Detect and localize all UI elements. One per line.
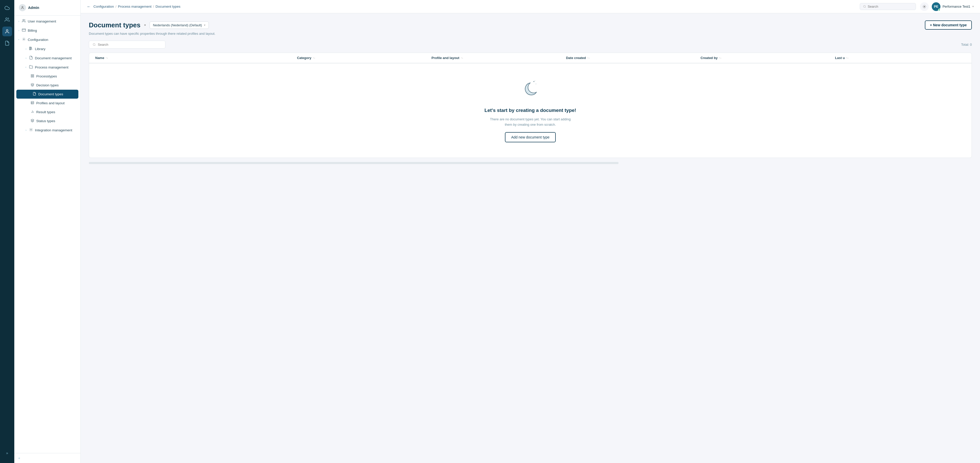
col-name[interactable]: Name ↑↓ [93, 53, 295, 63]
collapse-icon: « [18, 457, 20, 460]
svg-point-0 [6, 18, 7, 20]
total-count-label: Total: 0 [961, 43, 972, 46]
page-title-row: Document types • Nederlands (Nederland) … [89, 21, 209, 29]
sort-profile-icon[interactable]: ↑↓ [460, 56, 463, 59]
sidebar-sub-process-management: Processtypes Decision types Document typ… [14, 72, 80, 126]
sidebar-item-label: User management [28, 19, 56, 23]
col-date-created[interactable]: Date created ↑↓ [564, 53, 698, 63]
horizontal-scrollbar[interactable] [89, 162, 619, 164]
sidebar-collapse-button[interactable]: « [14, 453, 80, 463]
icon-rail: » [0, 0, 14, 463]
library-icon [29, 46, 33, 51]
svg-rect-11 [33, 76, 34, 77]
person-icon[interactable] [2, 27, 12, 36]
sidebar-sub-configuration: › Library › Document management › [14, 44, 80, 135]
expand-arrow: › [18, 39, 21, 40]
sidebar-item-label: Document types [38, 92, 63, 96]
col-category[interactable]: Category ↑↓ [295, 53, 430, 63]
user-chevron-icon: ▾ [972, 5, 974, 8]
user-badge[interactable]: PE Performance Test1 ▾ [932, 2, 974, 11]
page-content: Document types • Nederlands (Nederland) … [81, 13, 980, 463]
sort-name-icon[interactable]: ↑↓ [105, 56, 108, 59]
sidebar-item-processtypes[interactable]: Processtypes [14, 72, 80, 81]
svg-rect-8 [30, 47, 31, 50]
sidebar-item-label: Library [35, 47, 45, 51]
add-new-document-type-button[interactable]: Add new document type [505, 132, 555, 142]
billing-icon [22, 28, 26, 33]
language-label: Nederlands (Nederland) (Default) [153, 23, 202, 27]
empty-state-icon: ✦ + + [520, 79, 541, 103]
new-document-type-button[interactable]: + New document type [925, 21, 972, 30]
table-search-bar[interactable] [89, 41, 165, 49]
sidebar-item-billing[interactable]: › Billing [14, 26, 80, 35]
svg-point-21 [30, 129, 32, 130]
empty-state: ✦ + + Let's start by creating a document… [89, 63, 972, 158]
svg-line-23 [865, 7, 865, 8]
svg-point-2 [22, 6, 23, 8]
sidebar-header: Admin [14, 0, 80, 16]
processtypes-icon [31, 74, 34, 78]
page-subtitle: Document types can have specific propert… [89, 32, 972, 35]
language-dropdown[interactable]: Nederlands (Nederland) (Default) ▾ [150, 21, 209, 29]
topbar-search-bar[interactable] [860, 3, 916, 10]
sort-category-icon[interactable]: ↑↓ [313, 56, 315, 59]
breadcrumb-sep2: / [153, 5, 154, 8]
sidebar-item-label: Integration management [35, 128, 72, 132]
sort-date-created-icon[interactable]: ↑↓ [587, 56, 590, 59]
col-profile[interactable]: Profile and layout ↑↓ [430, 53, 564, 63]
sidebar-item-result-types[interactable]: Result types [14, 108, 80, 117]
col-created-by[interactable]: Created by ↑↓ [698, 53, 833, 63]
sidebar-item-label: Document management [35, 56, 72, 60]
table-header: Name ↑↓ Category ↑↓ Profile and layout ↑… [89, 53, 972, 63]
svg-point-6 [23, 39, 24, 40]
document-icon[interactable] [2, 38, 12, 48]
svg-rect-7 [29, 47, 30, 50]
configuration-icon [22, 37, 26, 42]
svg-point-24 [924, 6, 925, 7]
back-button[interactable]: ← [87, 4, 91, 9]
breadcrumb-sep: / [115, 5, 116, 8]
sidebar-item-label: Billing [28, 29, 37, 32]
sidebar-item-profiles-and-layout[interactable]: Profiles and layout [14, 99, 80, 108]
svg-point-25 [93, 43, 95, 45]
sidebar-item-configuration[interactable]: › Configuration [14, 35, 80, 44]
sort-last-updated-icon[interactable]: ↑↓ [846, 56, 848, 59]
empty-state-title: Let's start by creating a document type! [485, 108, 576, 113]
sidebar-item-label: Status types [36, 119, 55, 123]
topbar-search-input[interactable] [868, 5, 913, 8]
settings-button[interactable] [920, 2, 929, 11]
breadcrumb: ← Configuration / Process management / D… [87, 4, 856, 9]
svg-rect-4 [22, 29, 25, 32]
sidebar-item-library[interactable]: › Library [14, 44, 80, 53]
sidebar-item-user-management[interactable]: › User management [14, 17, 80, 26]
dropdown-chevron-icon: ▾ [204, 24, 205, 27]
user-initials: PE [934, 5, 938, 8]
sidebar-item-label: Processtypes [36, 74, 57, 78]
page-title-separator: • [144, 22, 146, 28]
sidebar-item-document-types[interactable]: Document types [16, 90, 78, 99]
expand-arrow: › [18, 29, 19, 32]
sidebar-item-decision-types[interactable]: Decision types [14, 81, 80, 90]
svg-point-1 [6, 30, 8, 32]
svg-marker-13 [31, 83, 34, 85]
sidebar-item-document-management[interactable]: › Document management [14, 53, 80, 62]
search-bar-row: Total: 0 [89, 41, 972, 49]
sidebar-item-integration-management[interactable]: › Integration management [14, 126, 80, 135]
topbar-search-icon [863, 5, 866, 8]
sidebar-item-status-types[interactable]: Status types [14, 117, 80, 126]
add-new-btn-label: Add new document type [511, 135, 549, 139]
sidebar-item-label: Process management [35, 65, 68, 69]
sidebar-item-process-management[interactable]: › Process management [14, 62, 80, 72]
expand-arrow: › [25, 129, 27, 132]
table-search-input[interactable] [98, 43, 162, 46]
users-icon[interactable] [2, 15, 12, 24]
sort-created-by-icon[interactable]: ↑↓ [719, 56, 721, 59]
cloud-icon[interactable] [2, 3, 12, 13]
topbar-right: PE Performance Test1 ▾ [920, 2, 974, 11]
sidebar-item-label: Profiles and layout [36, 101, 65, 105]
page-header: Document types • Nederlands (Nederland) … [89, 21, 972, 30]
rail-expand-button[interactable]: » [2, 448, 12, 458]
svg-point-3 [23, 19, 24, 21]
col-last-updated[interactable]: Last u ↑↓ [833, 53, 967, 63]
svg-text:+: + [536, 83, 536, 85]
